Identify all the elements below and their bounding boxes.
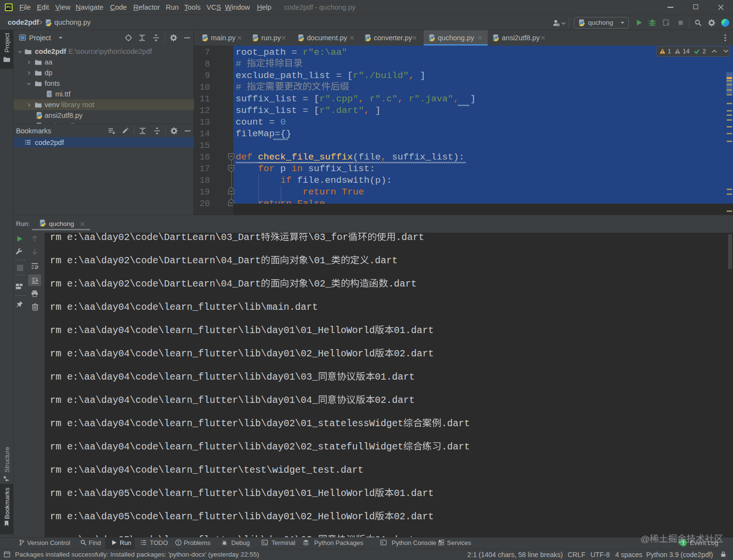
svg-text:?: ? [48, 92, 51, 97]
